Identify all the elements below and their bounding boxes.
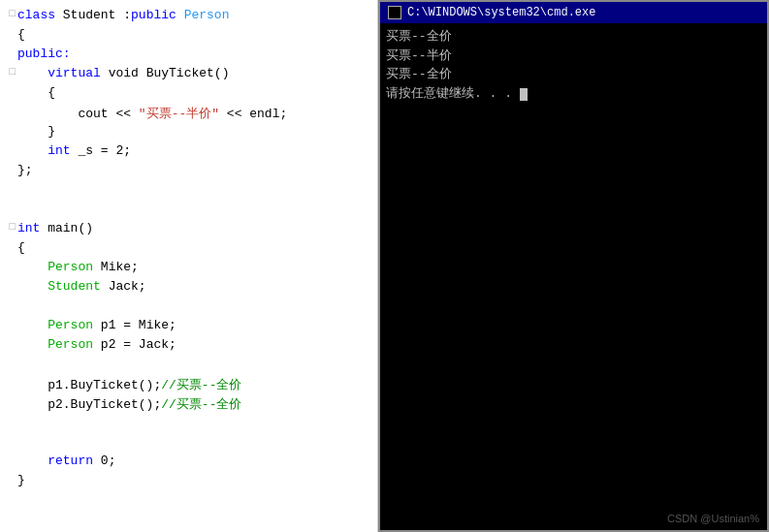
code-line: Person p1 = Mike;	[0, 318, 377, 337]
code-line: Student Jack;	[0, 279, 377, 298]
code-token: virtual	[17, 66, 101, 80]
code-editor: □class Student :public Person{public:□ v…	[0, 0, 378, 532]
line-content: Student Jack;	[17, 279, 373, 294]
cmd-body: 买票--全价买票--半价买票--全价请按任意键继续. . . CSDN @Ust…	[380, 23, 767, 530]
code-line: cout << "买票--半价" << endl;	[0, 105, 377, 124]
line-content: {	[17, 85, 373, 100]
line-content: Person p1 = Mike;	[17, 318, 373, 332]
code-line: □int main()	[0, 221, 377, 240]
code-token: return	[48, 454, 93, 468]
code-line: int _s = 2;	[0, 143, 377, 163]
code-token	[17, 337, 48, 352]
line-gutter: □	[4, 221, 17, 233]
line-content: int _s = 2;	[17, 143, 373, 158]
code-token: Mike;	[93, 260, 139, 274]
code-token: main()	[40, 221, 93, 235]
code-token: Student	[48, 279, 101, 294]
cmd-output-line: 买票--全价	[386, 65, 761, 84]
line-content: };	[17, 163, 373, 177]
code-token	[17, 260, 48, 274]
code-token: p1.BuyTicket();	[17, 378, 161, 392]
code-token: };	[17, 163, 33, 177]
code-token: class	[17, 8, 55, 22]
code-line	[0, 182, 377, 202]
code-line: }	[0, 473, 377, 492]
code-token: p2 = Jack;	[93, 337, 176, 352]
cmd-title: C:\WINDOWS\system32\cmd.exe	[407, 6, 595, 19]
code-line: };	[0, 163, 377, 182]
line-content: }	[17, 473, 373, 487]
code-line: {	[0, 240, 377, 260]
code-token: {	[17, 85, 55, 100]
code-token: {	[17, 240, 25, 255]
code-line: public:	[0, 47, 377, 66]
line-gutter: □	[4, 66, 17, 78]
line-content: int main()	[17, 221, 373, 235]
code-line: p2.BuyTicket();//买票--全价	[0, 395, 377, 415]
line-content: }	[17, 124, 373, 139]
code-token: _s = 2;	[71, 143, 131, 158]
watermark: CSDN @Ustinian%	[667, 513, 759, 524]
code-token: << endl;	[219, 107, 287, 121]
code-token: //买票--全价	[161, 378, 241, 392]
cmd-titlebar: C:\WINDOWS\system32\cmd.exe	[380, 2, 767, 23]
code-line: □class Student :public Person	[0, 8, 377, 27]
cmd-output-line: 买票--半价	[386, 47, 761, 66]
code-token: public	[131, 8, 176, 22]
code-line	[0, 357, 377, 376]
code-token: "买票--半价"	[139, 107, 219, 121]
code-line: p1.BuyTicket();//买票--全价	[0, 376, 377, 395]
code-line	[0, 434, 377, 454]
code-token: int	[48, 143, 70, 158]
code-line	[0, 298, 377, 318]
code-token: Person	[176, 8, 230, 22]
code-token: Student :	[55, 8, 131, 22]
line-content: {	[17, 27, 373, 42]
line-content: return 0;	[17, 454, 373, 468]
line-content: p1.BuyTicket();//买票--全价	[17, 376, 373, 393]
code-token: //买票--全价	[161, 397, 241, 412]
code-token	[17, 279, 48, 294]
code-token: Person	[48, 318, 93, 332]
code-token: }	[17, 473, 25, 487]
code-token	[17, 454, 48, 468]
code-line: {	[0, 85, 377, 105]
line-content: Person p2 = Jack;	[17, 337, 373, 352]
code-token: p1 = Mike;	[93, 318, 176, 332]
code-token: cout <<	[17, 107, 139, 121]
code-line: Person Mike;	[0, 260, 377, 279]
code-token: 0;	[93, 454, 115, 468]
code-token: Person	[48, 260, 93, 274]
line-content: p2.BuyTicket();//买票--全价	[17, 395, 373, 413]
code-token: Person	[48, 337, 93, 352]
line-content: public:	[17, 47, 373, 61]
code-token: void BuyTicket()	[101, 66, 230, 80]
line-content: cout << "买票--半价" << endl;	[17, 105, 373, 122]
code-token: }	[17, 124, 55, 139]
code-token: public:	[17, 47, 71, 61]
cmd-window: C:\WINDOWS\system32\cmd.exe 买票--全价买票--半价…	[378, 0, 769, 532]
code-token: int	[17, 221, 40, 235]
cursor	[520, 88, 528, 101]
code-line: Person p2 = Jack;	[0, 337, 377, 357]
code-line	[0, 202, 377, 221]
code-token	[17, 318, 48, 332]
code-line	[0, 415, 377, 434]
cmd-window-icon	[388, 6, 401, 19]
code-token: p2.BuyTicket();	[17, 397, 161, 412]
code-token: Jack;	[101, 279, 146, 294]
line-content: {	[17, 240, 373, 255]
code-line: return 0;	[0, 454, 377, 473]
code-token: {	[17, 27, 25, 42]
line-content: class Student :public Person	[17, 8, 373, 22]
code-line: □ virtual void BuyTicket()	[0, 66, 377, 85]
cmd-output-line: 买票--全价	[386, 27, 761, 47]
line-content: Person Mike;	[17, 260, 373, 274]
code-token	[17, 143, 48, 158]
code-line: {	[0, 27, 377, 47]
line-gutter: □	[4, 8, 17, 19]
cmd-output-line: 请按任意键继续. . .	[386, 84, 761, 104]
line-content: virtual void BuyTicket()	[17, 66, 373, 80]
code-line: }	[0, 124, 377, 143]
